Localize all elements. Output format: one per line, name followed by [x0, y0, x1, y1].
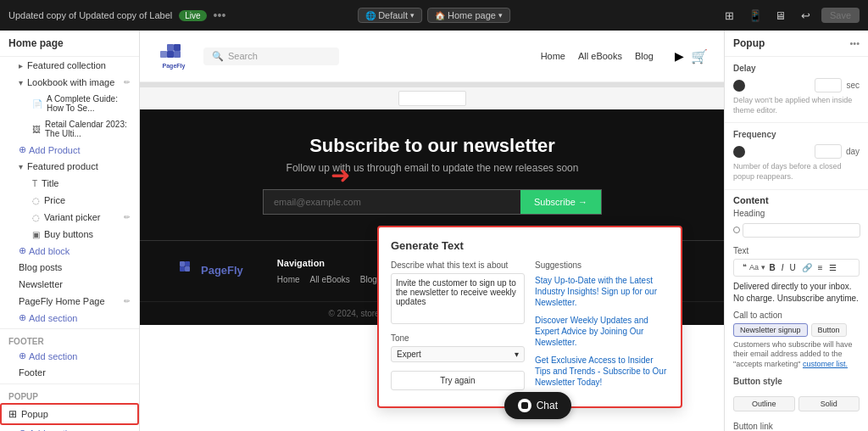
frequency-input[interactable]: 2 — [815, 144, 842, 159]
try-again-button[interactable]: Try again — [391, 371, 525, 390]
underline-btn[interactable]: U — [788, 262, 798, 273]
generate-text-modal: Generate Text Describe what this text is… — [377, 226, 682, 408]
undo-icon[interactable]: ↩ — [796, 5, 816, 25]
grid-icon[interactable]: ⊞ — [720, 5, 740, 25]
nav-blog[interactable]: Blog — [635, 51, 654, 61]
heading-radio[interactable] — [733, 227, 740, 233]
svg-rect-0 — [167, 44, 174, 51]
footer-link-blog[interactable]: Blog — [360, 275, 377, 284]
sidebar-item-variant[interactable]: ◌ Variant picker ✏ — [0, 209, 139, 226]
desktop-icon[interactable]: 🖥 — [771, 5, 791, 25]
plus-icon-2: ⊕ — [19, 245, 26, 256]
delay-unit: sec — [846, 81, 860, 90]
popup-add-section-btn[interactable]: ⊕ Add section — [0, 425, 139, 431]
suggestion-1[interactable]: Stay Up-to-Date with the Latest Industry… — [535, 275, 669, 308]
main-layout: Home page ▸ Featured collection ▾ Lookbo… — [0, 31, 868, 431]
bold-btn[interactable]: B — [768, 262, 777, 273]
mobile-icon[interactable]: 📱 — [745, 5, 765, 25]
list-btn[interactable]: ≡ — [816, 262, 825, 273]
add-block-btn[interactable]: ⊕ Add block — [0, 243, 139, 259]
popup-group-label: Popup — [0, 387, 139, 403]
frequency-toggle[interactable] — [733, 146, 745, 158]
sidebar-item-price[interactable]: ◌ Price — [0, 192, 139, 209]
sidebar-item-popup[interactable]: ⊞ Popup — [0, 403, 139, 425]
tone-row: Tone Expert ▾ — [391, 333, 525, 362]
font-btn[interactable]: Aa ▾ — [749, 263, 765, 271]
suggestion-3[interactable]: Get Exclusive Access to Insider Tips and… — [535, 355, 669, 388]
add-product-btn[interactable]: ⊕ Add Product — [0, 142, 139, 158]
customer-list-link[interactable]: customer list. — [803, 360, 848, 368]
newsletter-signup-btn[interactable]: Newsletter signup — [733, 323, 808, 337]
save-button[interactable]: Save — [821, 8, 860, 23]
delay-section: Delay 2 sec Delay won't be applied when … — [725, 57, 868, 123]
sidebar-item-retail[interactable]: 🖼 Retail Calendar 2023: The Ulti... — [0, 116, 139, 142]
folder-icon-2: ▾ — [19, 78, 23, 87]
describe-textarea[interactable]: Invite the customer to sign up to the ne… — [391, 273, 525, 324]
footer-brand-name: PageFly — [201, 264, 243, 277]
canvas-area: PageFly 🔍 Search Home All eBooks Blog ▶ … — [140, 31, 724, 431]
subscribe-button[interactable]: Subscribe → — [520, 190, 601, 214]
folder-icon-3: ▾ — [19, 162, 23, 171]
italic-btn[interactable]: I — [780, 262, 786, 273]
text-field-label: Text — [725, 244, 868, 257]
delay-input[interactable]: 2 — [815, 78, 842, 92]
store-header: PageFly 🔍 Search Home All eBooks Blog ▶ … — [140, 31, 724, 82]
footer-add-section-btn[interactable]: ⊕ Add section — [0, 348, 139, 364]
content-label: Content — [725, 190, 868, 207]
edit-icon-3[interactable]: ✏ — [124, 297, 131, 305]
panel-dots-btn[interactable]: ••• — [849, 38, 860, 48]
default-button[interactable]: 🌐 Default ▾ — [358, 8, 422, 23]
heading-field-label: Heading — [725, 207, 868, 220]
homepage-button[interactable]: 🏠 Home page ▾ — [427, 8, 510, 23]
sidebar-item-pagefly-home[interactable]: PageFly Home Page ✏ — [0, 293, 139, 310]
sidebar-item-footer[interactable]: Footer — [0, 364, 139, 381]
tone-select[interactable]: Expert ▾ — [391, 346, 525, 362]
heading-input[interactable]: Get free eCommerce marketing ti — [743, 223, 860, 238]
button-cta-btn[interactable]: Button — [811, 323, 847, 337]
footer-link-home[interactable]: Home — [277, 275, 300, 284]
input-preview — [398, 91, 466, 106]
btn-link-label: Button link — [725, 420, 868, 431]
btn-outline-option[interactable]: Outline — [733, 396, 795, 411]
store-icons: ▶ 🛒 — [675, 48, 708, 64]
text-toolbar: ❝ Aa ▾ B I U 🔗 ≡ ☰ — [733, 259, 860, 277]
svg-rect-2 — [167, 51, 174, 58]
sidebar-item-buy-buttons[interactable]: ▣ Buy buttons — [0, 226, 139, 243]
suggestion-2[interactable]: Discover Weekly Updates and Expert Advic… — [535, 315, 669, 348]
price-icon: ◌ — [32, 196, 40, 205]
sidebar-item-lookbook[interactable]: ▾ Lookbook with image ✏ — [0, 74, 139, 91]
sidebar-item-blog-posts[interactable]: Blog posts — [0, 259, 139, 276]
sidebar-item-featured-product[interactable]: ▾ Featured product — [0, 158, 139, 175]
search-bar[interactable]: 🔍 Search — [203, 48, 339, 65]
ordered-list-btn[interactable]: ☰ — [827, 262, 838, 273]
sidebar-item-newsletter[interactable]: Newsletter — [0, 276, 139, 293]
add-section-btn[interactable]: ⊕ Add section — [0, 310, 139, 326]
chat-icon-inner — [521, 402, 528, 409]
describe-label: Describe what this text is about — [391, 260, 525, 270]
bar-row — [140, 87, 724, 109]
sidebar-item-title[interactable]: T Title — [0, 175, 139, 192]
newsletter-email-input[interactable] — [264, 190, 520, 214]
newsletter-form: Subscribe → — [263, 189, 602, 215]
play-icon[interactable]: ▶ — [675, 49, 684, 63]
store-logo: PageFly — [157, 39, 191, 73]
edit-icon[interactable]: ✏ — [124, 78, 131, 87]
newsletter-subtitle: Follow up with us through email to updat… — [174, 162, 691, 174]
nav-home[interactable]: Home — [541, 51, 565, 61]
more-dots[interactable]: ••• — [214, 8, 226, 22]
chat-button[interactable]: Chat — [504, 392, 571, 419]
svg-rect-7 — [185, 261, 190, 266]
footer-link-ebooks[interactable]: All eBooks — [310, 275, 350, 284]
top-bar: Updated copy of Updated copy of Label Li… — [0, 0, 868, 31]
nav-ebooks[interactable]: All eBooks — [578, 51, 622, 61]
edit-icon-2[interactable]: ✏ — [124, 213, 131, 221]
sidebar-item-featured-collection[interactable]: ▸ Featured collection — [0, 57, 139, 74]
folder-icon: ▸ — [19, 61, 23, 70]
btn-solid-option[interactable]: Solid — [798, 396, 860, 411]
link-btn[interactable]: 🔗 — [800, 262, 814, 273]
cart-icon[interactable]: 🛒 — [691, 48, 708, 64]
sidebar-item-guide[interactable]: 📄 A Complete Guide: How To Se... — [0, 91, 139, 116]
svg-rect-9 — [185, 266, 190, 271]
delay-toggle[interactable] — [733, 80, 745, 92]
cta-label: Call to action — [725, 307, 868, 322]
